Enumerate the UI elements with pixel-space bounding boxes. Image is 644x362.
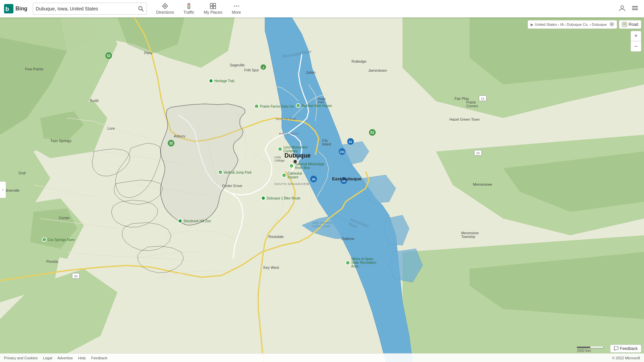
svg-text:151: 151 bbox=[339, 150, 344, 154]
svg-text:20: 20 bbox=[342, 179, 345, 183]
footer-feedback[interactable]: Feedback bbox=[91, 356, 107, 360]
chevron-left-icon: ‹ bbox=[2, 187, 4, 192]
road-map-icon bbox=[622, 22, 627, 27]
svg-text:52: 52 bbox=[107, 54, 111, 58]
svg-rect-12 bbox=[213, 3, 216, 6]
bing-logo-icon: b bbox=[4, 4, 13, 13]
svg-text:61: 61 bbox=[349, 140, 352, 143]
header: b Bing Directions bbox=[0, 0, 644, 17]
directions-button[interactable]: Directions bbox=[152, 1, 178, 16]
scale-label: 2500 feet bbox=[577, 349, 591, 353]
svg-point-50 bbox=[611, 23, 612, 25]
map-canvas: 52 3 32 61 20 30 20 61 151 11 22 bbox=[0, 17, 644, 362]
search-bar bbox=[33, 3, 147, 15]
svg-point-16 bbox=[236, 6, 237, 7]
breadcrumb: ▶ United States › IA › Dubuque Co. › Dub… bbox=[528, 20, 617, 29]
svg-text:30: 30 bbox=[312, 178, 315, 181]
breadcrumb-settings[interactable] bbox=[609, 22, 614, 27]
svg-point-45 bbox=[293, 160, 297, 163]
svg-rect-13 bbox=[210, 6, 213, 9]
menu-button[interactable] bbox=[630, 3, 640, 15]
svg-point-10 bbox=[189, 7, 190, 8]
map-type-label: Road bbox=[629, 22, 638, 27]
svg-point-17 bbox=[238, 6, 239, 7]
search-button[interactable] bbox=[138, 6, 144, 12]
svg-rect-11 bbox=[210, 3, 213, 6]
my-places-label: My Places bbox=[204, 10, 222, 15]
svg-rect-51 bbox=[614, 347, 618, 350]
svg-rect-14 bbox=[213, 6, 216, 9]
svg-text:20: 20 bbox=[74, 275, 77, 278]
more-icon bbox=[233, 3, 240, 9]
logo-label: Bing bbox=[15, 6, 28, 12]
svg-point-18 bbox=[621, 6, 624, 8]
directions-icon bbox=[162, 3, 168, 9]
map-type-button[interactable]: Road bbox=[619, 20, 641, 29]
zoom-out-button[interactable]: − bbox=[631, 41, 641, 51]
search-icon bbox=[138, 6, 144, 12]
footer-advertise[interactable]: Advertise bbox=[57, 356, 73, 360]
my-places-button[interactable]: My Places bbox=[200, 1, 226, 16]
breadcrumb-arrow: ▶ bbox=[531, 22, 533, 27]
svg-point-8 bbox=[189, 4, 190, 5]
svg-line-3 bbox=[142, 10, 143, 11]
user-icon bbox=[619, 4, 626, 12]
copyright: © 2022 Microsoft bbox=[612, 356, 640, 360]
zoom-in-button[interactable]: + bbox=[631, 31, 641, 41]
traffic-label: Traffic bbox=[183, 10, 195, 15]
hamburger-icon bbox=[631, 4, 639, 12]
footer-privacy[interactable]: Privacy and Cookies bbox=[4, 356, 38, 360]
toolbar: Directions Traffic My Places bbox=[152, 1, 245, 16]
traffic-icon bbox=[185, 3, 192, 9]
header-right bbox=[617, 3, 640, 15]
footer-help[interactable]: Help bbox=[78, 356, 86, 360]
feedback-icon bbox=[614, 346, 619, 351]
traffic-button[interactable]: Traffic bbox=[179, 1, 199, 16]
map-side-collapse[interactable]: ‹ bbox=[0, 181, 6, 198]
footer-legal[interactable]: Legal bbox=[43, 356, 52, 360]
my-places-icon bbox=[210, 3, 216, 9]
svg-text:22: 22 bbox=[476, 152, 480, 155]
search-input[interactable] bbox=[36, 6, 138, 11]
settings-icon bbox=[609, 22, 614, 26]
zoom-controls: + − bbox=[631, 31, 641, 52]
feedback-button[interactable]: Feedback bbox=[610, 345, 641, 353]
svg-text:61: 61 bbox=[370, 131, 374, 134]
map-container[interactable]: 52 3 32 61 20 30 20 61 151 11 22 Five Po… bbox=[0, 17, 644, 362]
more-label: More bbox=[232, 10, 241, 15]
breadcrumb-text: United States › IA › Dubuque Co. › Dubuq… bbox=[535, 22, 607, 26]
user-icon-button[interactable] bbox=[617, 3, 627, 15]
svg-text:11: 11 bbox=[481, 97, 484, 100]
svg-point-9 bbox=[189, 6, 190, 7]
svg-point-15 bbox=[234, 6, 235, 7]
feedback-label: Feedback bbox=[620, 346, 638, 351]
logo[interactable]: b Bing bbox=[4, 4, 28, 13]
footer: Privacy and Cookies Legal Advertise Help… bbox=[0, 353, 644, 362]
scale-bar: 2500 feet bbox=[577, 347, 604, 353]
more-button[interactable]: More bbox=[228, 1, 245, 16]
svg-text:3: 3 bbox=[263, 66, 264, 69]
svg-text:b: b bbox=[5, 6, 9, 12]
directions-label: Directions bbox=[156, 10, 174, 15]
svg-text:32: 32 bbox=[169, 141, 173, 145]
